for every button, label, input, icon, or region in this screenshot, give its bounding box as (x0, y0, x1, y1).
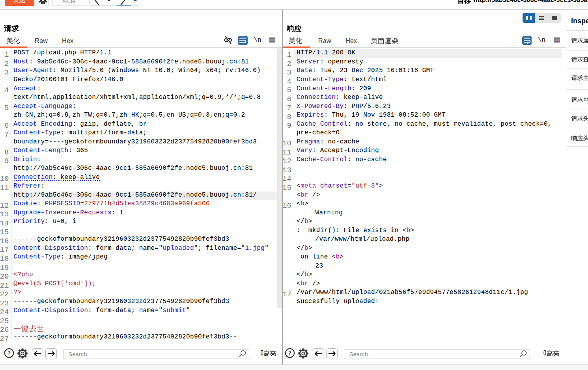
svg-text:?: ? (7, 350, 10, 357)
svg-text:?: ? (288, 350, 291, 357)
